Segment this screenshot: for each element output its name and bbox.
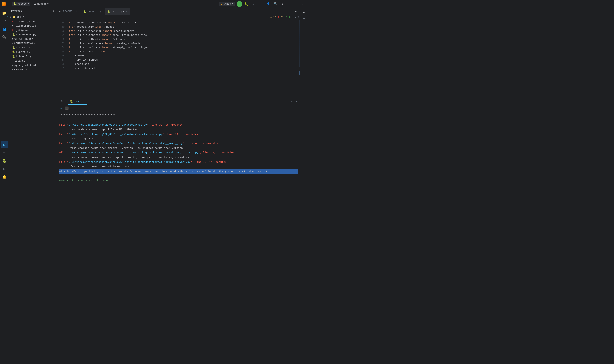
activity-python-icon[interactable]: 🐍 — [1, 157, 8, 164]
branch-chevron: ▼ — [47, 3, 49, 5]
sidebar-item-pyproject[interactable]: ≡ pyproject.toml — [9, 63, 56, 67]
output-link-val[interactable]: D:\Git-res\DeepLearing\DL_01\Yolo_v5\yol… — [69, 123, 147, 126]
code-56-content: LOGGER, — [69, 54, 86, 58]
activity-plugin-icon[interactable]: 🔌 — [1, 34, 8, 41]
file-label-license: LICENSE — [14, 59, 25, 63]
settings-button[interactable]: ⚙ — [280, 1, 285, 7]
panel: Run 🐍 train ✕ ⋯ ─ ↻ ⬛ ⋯ ^^^^^ — [57, 98, 301, 182]
run-button[interactable]: ▶ — [237, 1, 242, 7]
sidebar-item-detect[interactable]: 🐍 detect.py — [9, 46, 56, 50]
code-48-name: attempt_load — [117, 21, 137, 25]
sidebar-content: ▶ 📁 utils ⊘ .dockerignore M .gitattribut… — [9, 14, 56, 182]
panel-more-button[interactable]: ⋯ — [290, 99, 293, 104]
debug-button[interactable]: 🐛 — [244, 1, 250, 7]
sidebar-item-license[interactable]: ≡ LICENSE — [9, 59, 56, 63]
panel-minimize-button[interactable]: ─ — [295, 100, 298, 104]
sidebar-item-readme[interactable]: M README.md — [9, 67, 56, 72]
tab-readme-label: README.md — [63, 10, 77, 13]
close-button[interactable]: ✕ — [300, 1, 305, 7]
toolbar-stop-button[interactable]: ⬛ — [64, 105, 69, 110]
run-config-icon: ☁ — [221, 2, 223, 5]
code-line-53: from utils.dataloaders import create_dat… — [69, 41, 296, 46]
info-count: 39 — [288, 16, 291, 19]
right-icon-database[interactable]: 🗄 — [301, 16, 307, 22]
panel-tab-train-close[interactable]: ✕ — [83, 100, 84, 103]
toolbar-rerun-button[interactable]: ↻ — [58, 105, 63, 110]
menu-icon[interactable]: ☰ — [7, 2, 10, 6]
output-link-charset-api[interactable]: D:\Enviroment\Anaconda\envs\Yolov5\Lib\s… — [69, 160, 191, 163]
sidebar-item-export[interactable]: 🐍 export.py — [9, 50, 56, 54]
output-link-requests[interactable]: D:\Enviroment\Anaconda\envs\Yolov5\Lib\s… — [69, 142, 183, 145]
tab-readme[interactable]: M· README.md — [57, 8, 81, 15]
sidebar-item-hubconf[interactable]: 🐍 hubconf.py — [9, 54, 56, 59]
kw-import-48: import — [108, 21, 117, 25]
kw-import-51: import — [101, 33, 111, 37]
code-area[interactable]: from models.experimental import attempt_… — [66, 19, 298, 98]
tab-train[interactable]: 🐍 train.py ✕ — [105, 8, 130, 15]
output-link-common[interactable]: D:\Git-res\DeepLearing\DL_01\Yolo_v5\yol… — [69, 132, 163, 135]
sidebar-item-contributing[interactable]: M CONTRIBUTING.md — [9, 41, 56, 46]
project-selector[interactable]: 🐍 yolov5 ▼ — [12, 2, 30, 6]
title-bar: 🟠 ☰ 🐍 yolov5 ▼ ⎇ master ▼ ☁ train ▼ ▶ 🐛 … — [0, 0, 307, 8]
scroll-down-icon[interactable]: ▼ — [298, 16, 299, 19]
run-config-selector[interactable]: ☁ train ▼ — [219, 2, 235, 6]
toolbar-more-tools-button[interactable]: ⋯ — [70, 105, 75, 110]
code-50-name: check_anchors — [112, 29, 134, 33]
panel-tab-train[interactable]: 🐍 train ✕ — [68, 98, 86, 105]
activity-layers-icon[interactable]: ≡ — [1, 149, 8, 156]
code-54-module: utils.downloads — [75, 46, 101, 50]
kw-from-52: from — [69, 37, 75, 41]
code-49-module: models.yolo — [75, 25, 95, 29]
file-label-benchmarks: benchmarks.py — [16, 33, 36, 36]
sidebar-item-utils[interactable]: ▶ 📁 utils — [9, 15, 56, 19]
sidebar-item-dockerignore[interactable]: ⊘ .dockerignore — [9, 19, 56, 24]
project-icon: 🐍 — [13, 2, 17, 6]
tab-train-close[interactable]: ✕ — [125, 9, 127, 13]
file-icon-export: 🐍 — [12, 51, 15, 54]
activity-notifications-icon[interactable]: 🔔 — [1, 173, 8, 180]
sidebar-item-benchmarks[interactable]: 🐍 benchmarks.py — [9, 32, 56, 37]
branch-selector[interactable]: ⎇ master ▼ — [32, 2, 50, 6]
more-button[interactable]: ⋯ — [258, 1, 264, 7]
line-num-50: 50 — [59, 29, 65, 33]
tab-detect-label: detect.py — [87, 10, 101, 13]
output-attribute-error: AttributeError: partially initialized mo… — [59, 169, 298, 174]
right-icon-copilot[interactable]: ✦ — [301, 10, 307, 15]
scroll-up-icon[interactable]: ▲ — [295, 16, 296, 19]
minimize-button[interactable]: ─ — [287, 1, 293, 7]
sidebar: Project ▼ ▶ 📁 utils ⊘ .dockerignore M .g… — [9, 8, 57, 182]
line-num-54: 54 — [59, 46, 65, 50]
code-line-55: from utils.general import ( — [69, 50, 296, 54]
activity-run-icon[interactable]: ▶ — [1, 141, 8, 148]
file-label-export: export.py — [16, 51, 30, 54]
maximize-button[interactable]: □ — [293, 1, 299, 7]
activity-more-dots[interactable]: ⋯ — [1, 41, 8, 49]
file-icon-gitattributes: M — [12, 25, 14, 27]
minimap[interactable] — [298, 19, 301, 98]
file-label-hubconf: hubconf.py — [16, 55, 32, 58]
folder-label: utils — [16, 15, 24, 19]
panel-tab-run-label: Run — [60, 100, 65, 103]
file-icon-pyproject: ≡ — [12, 64, 14, 67]
sidebar-item-gitattributes[interactable]: M .gitattributes — [9, 24, 56, 28]
coverage-button[interactable]: ⚡ — [251, 1, 257, 7]
profile-button[interactable]: 👤 — [265, 1, 271, 7]
file-label-readme: README.md — [14, 68, 28, 71]
sidebar-item-gitignore[interactable]: ⊘ .gitignore — [9, 28, 56, 32]
activity-vcs-icon[interactable]: ⎇ — [1, 18, 8, 25]
tab-detect[interactable]: 🐍 detect.py — [81, 8, 105, 15]
line-num-55: 55 — [59, 50, 65, 54]
panel-tab-run[interactable]: Run — [58, 98, 67, 105]
search-button[interactable]: 🔍 — [273, 1, 278, 7]
code-line-54: from utils.downloads import attempt_down… — [69, 46, 296, 50]
editor-options-button[interactable]: ⋯ — [293, 9, 299, 14]
tab-detect-icon: 🐍 — [83, 10, 86, 13]
sidebar-item-citation[interactable]: ≡ CITATION.cff — [9, 37, 56, 41]
activity-project-icon[interactable]: 📁 — [1, 10, 8, 17]
run-config-chevron: ▼ — [232, 3, 233, 5]
output-link-charset-init[interactable]: D:\Enviroment\Anaconda\envs\Yolov5\Lib\s… — [69, 151, 198, 154]
activity-find-icon[interactable]: 👥 — [1, 26, 8, 33]
code-line-59: check_dataset, — [69, 66, 296, 71]
file-label-contributing: CONTRIBUTING.md — [14, 42, 38, 45]
activity-terminal-icon[interactable]: ⊞ — [1, 165, 8, 172]
